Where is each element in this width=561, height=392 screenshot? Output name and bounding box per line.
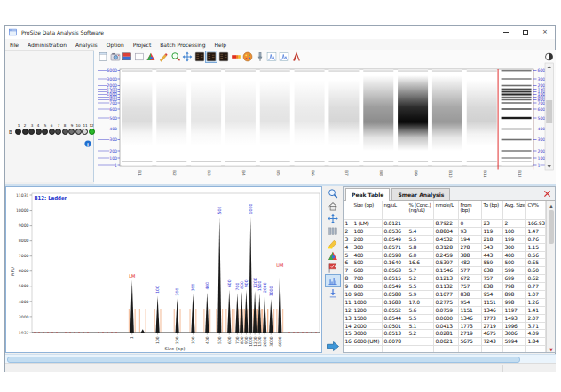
table-row[interactable]: 43000.05715.80.31282783433001.15 [344,244,547,252]
gel-lane-B7[interactable]: B7 [328,70,359,176]
close-button[interactable]: × [535,26,555,39]
well-B10[interactable] [75,129,82,135]
gel-lane-B10[interactable]: B10 [432,70,462,178]
peak-view-icon[interactable] [326,275,340,286]
well-B5[interactable] [42,129,48,135]
plate-column-label: 6 [49,123,55,128]
well-B3[interactable] [28,129,35,135]
gel-scrollbar[interactable] [545,53,554,170]
table-row[interactable]: 109000.05885.90.10778389548981.07 [344,291,547,299]
table-row[interactable]: 21000.05365.40.8804931191001.47 [344,228,547,236]
menu-analysis[interactable]: Analysis [71,39,102,51]
table-options-icon[interactable] [542,189,552,199]
table-row[interactable]: 1420000.05015.10.04131773271919963.71 [344,323,547,331]
pan-gel-icon[interactable] [182,51,193,62]
color-palette-icon[interactable] [242,51,253,62]
minimize-button[interactable] [496,26,516,39]
gel-lane-B6[interactable]: B6 [295,70,325,176]
zoom-icon[interactable] [326,188,340,200]
table-row[interactable]: 98000.05495.50.11327578387980.77 [344,283,547,291]
copy-gel-icon[interactable] [98,51,108,62]
well-B2[interactable] [22,129,28,135]
snapshot-icon[interactable] [110,51,121,62]
well-B4[interactable] [36,129,42,135]
status-bar [5,363,556,372]
overlay-chart-icon[interactable] [146,51,156,62]
well-B1[interactable] [15,129,21,135]
pin-lane-icon[interactable] [255,51,265,62]
heat-scale-icon[interactable] [231,51,241,62]
trace-overlay-icon[interactable] [279,51,289,62]
lower-marker-band [432,161,462,162]
menu-administration[interactable]: Administration [23,39,71,51]
contrast-mid-icon[interactable] [206,51,217,62]
table-row[interactable]: 11 (LM)0.01218.79220232166.93 [344,220,547,228]
tab-peak-table[interactable]: Peak Table [345,188,390,201]
clear-selection-icon[interactable] [134,51,145,62]
column-header: Avg. Size [503,201,526,219]
overlay-chart-icon[interactable] [326,250,340,262]
pan-icon[interactable] [326,213,340,224]
gel-lane-B5[interactable]: B5 [260,70,290,176]
table-row[interactable]: 1110000.168317.00.277595411519981.26 [344,299,547,307]
menu-help[interactable]: Help [209,39,231,51]
table-cell: 699 [503,275,526,282]
scroll-up-icon[interactable]: ▲ [547,201,556,209]
table-row[interactable]: 87000.05155.20.12136727576990.62 [344,275,547,283]
table-row[interactable]: 1530000.05135.20.02812719467530064.09 [344,330,547,338]
gel-lane-B11[interactable]: B11 [467,70,497,178]
well-B6[interactable] [49,129,55,135]
well-B7[interactable] [55,129,61,135]
info-icon[interactable]: i [84,140,91,146]
well-B8[interactable] [62,129,68,135]
well-B12[interactable] [89,129,95,135]
home-view-icon[interactable] [326,200,340,212]
gel-lane-B3[interactable]: B3 [191,70,221,176]
scrollbar-thumb[interactable] [546,100,552,123]
marker-range-icon[interactable] [122,51,132,62]
baseline-icon[interactable] [326,287,340,299]
marker-flag-icon[interactable] [326,263,340,274]
table-row[interactable]: 54000.05986.00.24593884434000.56 [344,252,547,260]
gel-lane-B9[interactable]: B9 [398,70,428,176]
table-row[interactable]: 1315000.05445.50.06001346177314932.07 [344,315,547,323]
next-well-arrow-icon[interactable] [325,341,341,352]
horizontal-scrollbar[interactable] [5,354,556,363]
gel-y-tick-left: 600 [109,107,117,112]
gel-lane-B12[interactable]: B12 [502,70,532,178]
menu-project[interactable]: Project [129,39,156,51]
table-row[interactable]: 65000.164016.60.53974825595000.65 [344,259,547,267]
annotate-pen-icon[interactable] [158,51,169,62]
gel-lane-B2[interactable]: B2 [156,70,186,176]
gel-lane-B1[interactable]: B1 [122,70,152,176]
well-B11[interactable] [82,129,88,135]
plate-column-label: 11 [82,123,88,128]
scrollbar-thumb[interactable] [549,210,555,244]
scroll-down-icon[interactable]: ▼ [547,345,556,353]
well-B9[interactable] [68,129,75,135]
menu-batch-processing[interactable]: Batch Processing [155,39,209,51]
find-bands-icon[interactable] [170,51,181,62]
table-row[interactable]: 76000.05635.70.15465776385990.60 [344,267,547,275]
gel-lane-B8[interactable]: B8 [363,70,393,176]
table-row[interactable]: 32000.05495.50.45321942181990.76 [344,236,547,244]
table-scrollbar[interactable]: ▲ ▼ [546,201,555,353]
tab-smear-analysis[interactable]: Smear Analysis [391,188,450,200]
trace-view-icon[interactable] [266,51,277,62]
table-cell: 0.1546 [434,267,459,274]
horizontal-scrollbar-thumb[interactable] [7,357,520,363]
gel-lane-B4[interactable]: B4 [225,70,256,176]
table-cell: 0.1213 [434,275,459,282]
table-cell: 0.0598 [383,252,407,259]
table-cell: 1200 [352,307,383,314]
menu-option[interactable]: Option [102,39,129,51]
menu-file[interactable]: File [5,39,23,51]
highlighter-icon[interactable] [326,238,340,249]
lane-columns-icon[interactable] [326,225,340,237]
table-row[interactable]: 166000 (UM)0.00780.00215675724359941.84 [344,338,547,346]
table-row[interactable]: 1212000.05525.60.07591151134611971.41 [344,307,547,315]
maximize-button[interactable] [516,26,535,39]
contrast-low-icon[interactable] [194,51,205,62]
ladder-view-icon[interactable] [291,51,302,62]
contrast-high-icon[interactable] [218,51,229,62]
